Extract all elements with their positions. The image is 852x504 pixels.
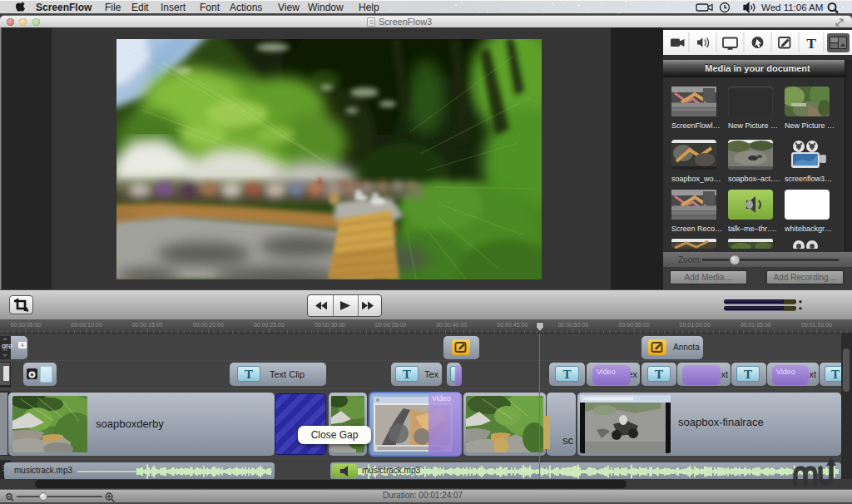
svg-text:T: T xyxy=(806,35,816,52)
